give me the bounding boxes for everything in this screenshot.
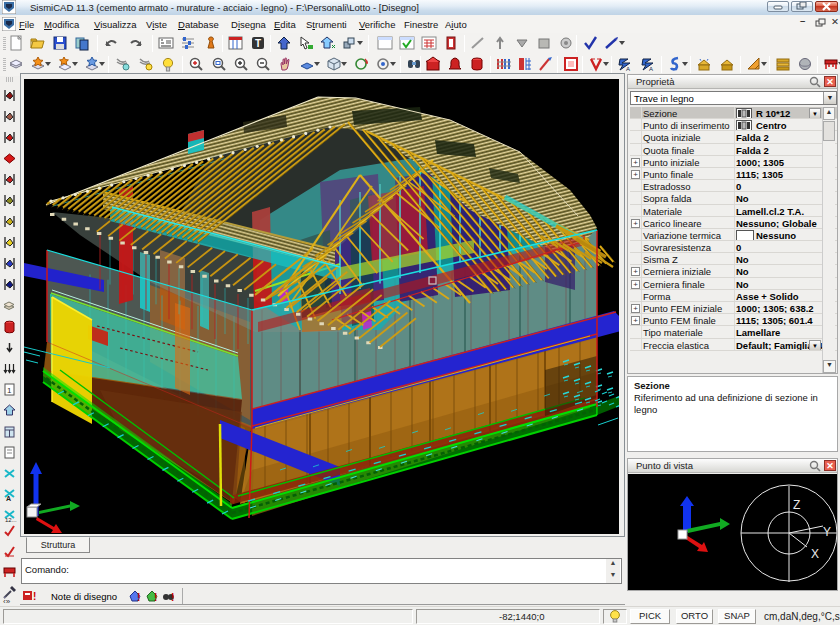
svg-text:A: A — [649, 66, 653, 72]
svg-text:1: 1 — [7, 386, 12, 395]
svg-text:X: X — [811, 547, 819, 561]
svg-text:Y: Y — [823, 525, 831, 539]
svg-text:!: ! — [154, 592, 157, 603]
svg-text:A: A — [626, 66, 630, 72]
svg-text:!: ! — [171, 592, 174, 603]
svg-text:A: A — [6, 495, 11, 502]
svg-text:!: ! — [137, 592, 140, 603]
svg-text:Z: Z — [793, 498, 800, 512]
svg-text:!: ! — [33, 591, 36, 602]
svg-text:T: T — [255, 38, 261, 49]
